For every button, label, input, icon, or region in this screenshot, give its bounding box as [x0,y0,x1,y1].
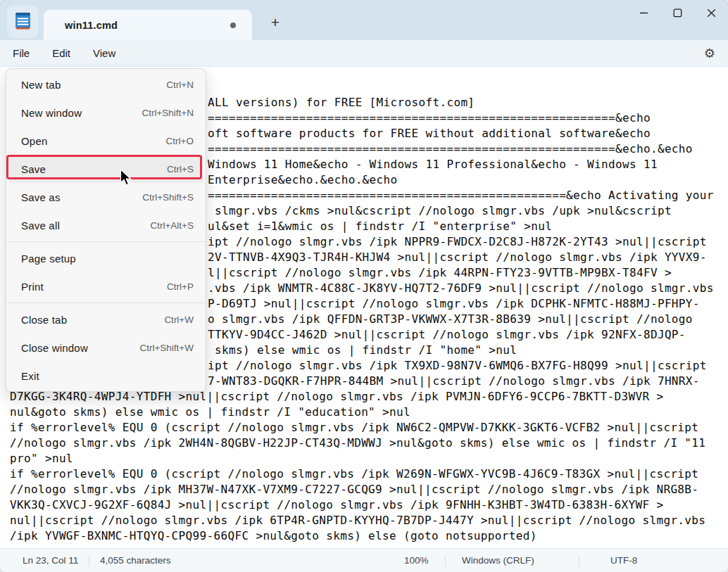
status-encoding[interactable]: UTF-8 [610,549,637,572]
menu-item-new-window[interactable]: New windowCtrl+Shift+N [9,98,203,127]
menu-separator [7,241,205,242]
menubar-item-edit[interactable]: Edit [41,47,82,59]
close-button[interactable] [694,0,728,28]
editor-text-obscured-fragments: ALL versions) for FREE [Microsoft.com] =… [208,95,714,389]
status-separator [579,555,579,566]
menu-item-shortcut: Ctrl+Shift+N [142,108,194,118]
menu-item-label: Close tab [21,314,67,326]
menu-item-save-as[interactable]: Save asCtrl+Shift+S [9,183,203,211]
menu-item-close-window[interactable]: Close windowCtrl+Shift+W [9,333,203,362]
plus-icon: + [271,14,280,31]
menubar-item-file[interactable]: File [1,47,41,59]
status-line-ending[interactable]: Windows (CRLF) [462,549,534,572]
menu-item-shortcut: Ctrl+W [164,314,194,325]
status-zoom-level[interactable]: 100% [404,549,429,572]
tab-win11cmd[interactable]: win11.cmd [44,10,252,40]
settings-gear-icon[interactable]: ⚙ [704,47,715,60]
menu-item-label: Exit [21,370,39,382]
notepad-app-icon [14,11,32,34]
menu-item-label: Close window [21,342,88,354]
menu-item-shortcut: Ctrl+Alt+S [150,220,194,231]
menu-item-label: New window [21,107,82,119]
menu-item-print[interactable]: PrintCtrl+P [9,272,203,300]
maximize-icon [673,8,682,20]
unsaved-indicator-dot [230,23,236,28]
menu-item-exit[interactable]: Exit [9,362,203,390]
minimize-button[interactable] [627,0,660,28]
titlebar: win11.cmd + [0,0,728,40]
menu-bar: File Edit View ⚙ [0,40,728,67]
menu-item-new-tab[interactable]: New tabCtrl+N [9,70,203,98]
status-bar: Ln 23, Col 11 4,055 characters 100% Wind… [0,548,728,572]
menu-item-label: Open [21,135,48,147]
menu-item-shortcut: Ctrl+N [166,80,194,90]
menu-item-label: Save all [21,220,60,231]
minimize-icon [639,8,648,20]
editor-text-full-lines: D7KGG-3K4RQ-4WPJ4-YTDFH >nul||cscript //… [10,389,705,544]
save-highlight-annotation [6,155,202,179]
menu-item-close-tab[interactable]: Close tabCtrl+W [9,305,203,333]
menu-item-shortcut: Ctrl+O [166,136,194,146]
app-icon-tile [7,6,38,38]
status-cursor-position: Ln 23, Col 11 [23,549,78,572]
menu-item-open[interactable]: OpenCtrl+O [9,127,203,155]
status-separator [445,555,446,566]
status-character-count: 4,055 characters [100,549,171,572]
tab-title: win11.cmd [65,20,118,31]
window-controls [627,0,728,28]
menu-item-shortcut: Ctrl+P [167,281,194,292]
menu-item-label: Print [21,281,44,293]
new-tab-button[interactable]: + [265,13,286,32]
menu-item-save-all[interactable]: Save allCtrl+Alt+S [9,211,203,239]
maximize-button[interactable] [660,0,694,28]
status-separator [89,555,89,566]
menu-separator [7,303,205,303]
menu-item-label: Save as [21,191,61,203]
menubar-item-view[interactable]: View [82,47,127,59]
file-menu: New tabCtrl+NNew windowCtrl+Shift+NOpenC… [6,68,206,392]
notepad-window: win11.cmd + File [0,0,728,572]
close-icon [707,8,716,20]
menu-item-label: New tab [21,79,61,91]
mouse-cursor [120,169,133,191]
menu-item-page-setup[interactable]: Page setup [9,244,203,272]
menu-item-label: Page setup [21,253,76,265]
menu-item-shortcut: Ctrl+Shift+S [142,192,194,203]
menu-item-shortcut: Ctrl+Shift+W [139,343,194,353]
